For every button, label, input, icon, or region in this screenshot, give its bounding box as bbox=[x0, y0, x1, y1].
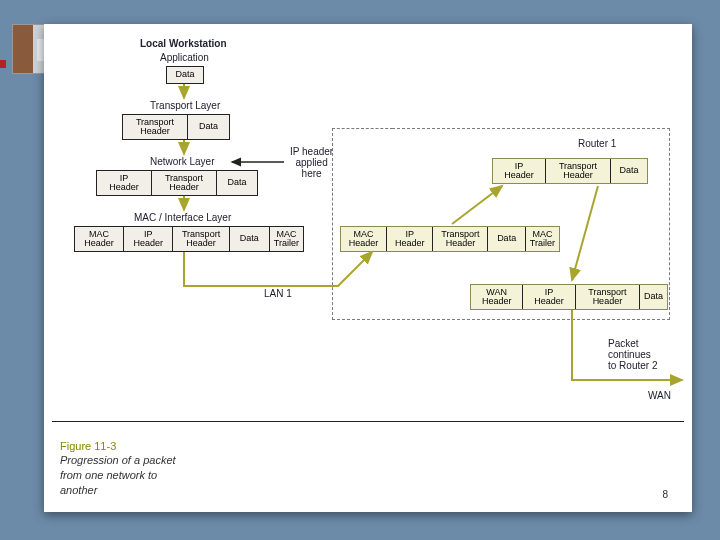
svg-line-5 bbox=[572, 186, 598, 280]
svg-line-4 bbox=[452, 186, 502, 224]
packet-progression-diagram: Local Workstation Application Data Trans… bbox=[52, 30, 684, 422]
figure-caption: Figure 11-3 Progression of a packet from… bbox=[60, 439, 176, 498]
diagram-page: Local Workstation Application Data Trans… bbox=[44, 24, 692, 512]
figure-caption-text: Progression of a packet from one network… bbox=[60, 454, 176, 496]
slide-stage: Local Workstation Application Data Trans… bbox=[0, 0, 720, 540]
page-number: 8 bbox=[662, 489, 668, 500]
indicator-tick bbox=[0, 60, 6, 68]
figure-number: Figure 11-3 bbox=[60, 440, 116, 452]
arrow-layer bbox=[52, 30, 692, 430]
